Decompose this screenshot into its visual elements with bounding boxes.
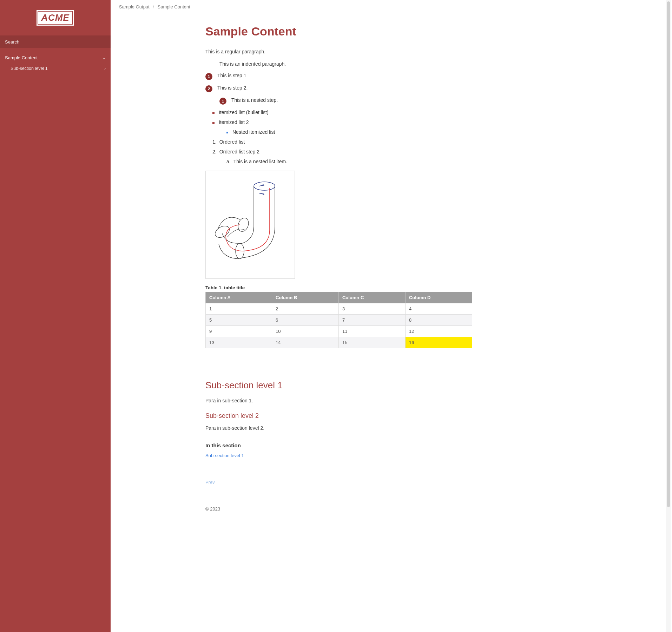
cell-highlighted: 16 bbox=[405, 337, 472, 348]
subsection-2-title: Sub-section level 2 bbox=[205, 412, 472, 420]
step-2: 2 This is step 2. bbox=[205, 85, 472, 92]
paragraph-indented: This is an indented paragraph. bbox=[219, 60, 472, 68]
ordered-marker: 1. bbox=[212, 139, 217, 145]
in-this-section-link[interactable]: Sub-section level 1 bbox=[205, 453, 244, 458]
table-caption: Table 1. table title bbox=[205, 285, 472, 290]
step-text: This is step 2. bbox=[217, 85, 248, 91]
table-row: 1 2 3 4 bbox=[206, 303, 472, 315]
cell: 15 bbox=[338, 337, 405, 348]
nav-item-label: Sample Content bbox=[5, 55, 38, 60]
list-item-text: Itemized list 2 bbox=[219, 119, 249, 125]
figure-pipe bbox=[205, 171, 295, 279]
in-this-section-title: In this section bbox=[205, 442, 472, 448]
ordered-item-2: 2. Ordered list step 2 bbox=[212, 149, 472, 154]
footer-text: © 2023 bbox=[205, 506, 220, 512]
data-table: Column A Column B Column C Column D 1 2 … bbox=[205, 292, 472, 348]
step-number-icon: 2 bbox=[205, 85, 212, 92]
cell: 12 bbox=[405, 326, 472, 337]
cell: 8 bbox=[405, 315, 472, 326]
step-1: 1 This is step 1 bbox=[205, 73, 472, 80]
svg-marker-7 bbox=[263, 193, 264, 195]
ordered-marker: 2. bbox=[212, 149, 217, 154]
pipe-illustration-icon bbox=[212, 177, 289, 272]
ordered-text: This is a nested list item. bbox=[233, 159, 287, 164]
cell: 11 bbox=[338, 326, 405, 337]
svg-marker-6 bbox=[263, 184, 264, 186]
cell: 1 bbox=[206, 303, 272, 315]
bullet-square-icon bbox=[226, 132, 228, 133]
paragraph-regular: This is a regular paragraph. bbox=[205, 48, 472, 55]
col-header-d: Column D bbox=[405, 292, 472, 303]
scrollbar-thumb[interactable] bbox=[667, 1, 670, 507]
cell: 3 bbox=[338, 303, 405, 315]
bullet-square-icon bbox=[212, 112, 215, 114]
page-title: Sample Content bbox=[205, 25, 472, 38]
pager-prev-link[interactable]: Prev bbox=[205, 480, 215, 485]
svg-point-0 bbox=[254, 182, 275, 190]
ordered-marker: a. bbox=[226, 159, 231, 164]
content: Sample Content This is a regular paragra… bbox=[111, 14, 472, 499]
main: Sample Output / Sample Content Sample Co… bbox=[111, 0, 672, 632]
ordered-item-1: 1. Ordered list bbox=[212, 139, 472, 145]
breadcrumb: Sample Output / Sample Content bbox=[111, 0, 672, 14]
logo: ACME bbox=[37, 10, 74, 26]
subsection-2-para: Para in sub-section level 2. bbox=[205, 424, 472, 432]
step-2-nested: 1 This is a nested step. bbox=[219, 97, 472, 105]
cell: 14 bbox=[272, 337, 338, 348]
scrollbar-track[interactable] bbox=[666, 0, 671, 632]
breadcrumb-current: Sample Content bbox=[158, 4, 190, 9]
logo-wrap: ACME bbox=[0, 0, 111, 35]
cell: 2 bbox=[272, 303, 338, 315]
list-item-nested: Nested itemized list bbox=[226, 129, 472, 135]
list-item: Itemized list (bullet list) bbox=[212, 110, 472, 115]
table-row: 13 14 15 16 bbox=[206, 337, 472, 348]
bullet-square-icon bbox=[212, 122, 215, 124]
ordered-text: Ordered list bbox=[219, 139, 245, 145]
cell: 7 bbox=[338, 315, 405, 326]
chevron-right-icon: › bbox=[104, 66, 106, 71]
nav-item-subsection-1[interactable]: Sub-section level 1 › bbox=[0, 63, 111, 74]
nav-item-sample-content[interactable]: Sample Content ⌄ bbox=[0, 52, 111, 63]
list-item: Itemized list 2 bbox=[212, 119, 472, 125]
cell: 13 bbox=[206, 337, 272, 348]
ordered-item-2-nested: a. This is a nested list item. bbox=[226, 159, 472, 164]
cell: 10 bbox=[272, 326, 338, 337]
step-number-icon: 1 bbox=[219, 98, 226, 105]
table-row: 9 10 11 12 bbox=[206, 326, 472, 337]
table-header-row: Column A Column B Column C Column D bbox=[206, 292, 472, 303]
svg-point-4 bbox=[213, 224, 231, 240]
pager: Prev bbox=[205, 479, 472, 485]
search-container bbox=[0, 35, 111, 48]
col-header-b: Column B bbox=[272, 292, 338, 303]
col-header-c: Column C bbox=[338, 292, 405, 303]
ordered-text: Ordered list step 2 bbox=[219, 149, 259, 154]
footer: © 2023 bbox=[111, 499, 672, 526]
nav-item-label: Sub-section level 1 bbox=[11, 66, 48, 71]
search-input[interactable] bbox=[5, 39, 106, 45]
breadcrumb-separator: / bbox=[153, 4, 154, 9]
cell: 9 bbox=[206, 326, 272, 337]
col-header-a: Column A bbox=[206, 292, 272, 303]
subsection-1-title: Sub-section level 1 bbox=[205, 380, 472, 391]
cell: 6 bbox=[272, 315, 338, 326]
cell: 5 bbox=[206, 315, 272, 326]
chevron-down-icon: ⌄ bbox=[102, 55, 106, 60]
list-item-text: Nested itemized list bbox=[232, 129, 275, 135]
step-number-icon: 1 bbox=[205, 73, 212, 80]
step-text: This is step 1 bbox=[217, 73, 246, 78]
table-row: 5 6 7 8 bbox=[206, 315, 472, 326]
list-item-text: Itemized list (bullet list) bbox=[219, 110, 269, 115]
breadcrumb-root[interactable]: Sample Output bbox=[119, 4, 150, 9]
sidebar: ACME Sample Content ⌄ Sub-section level … bbox=[0, 0, 111, 632]
cell: 4 bbox=[405, 303, 472, 315]
step-text: This is a nested step. bbox=[231, 97, 278, 103]
nav: Sample Content ⌄ Sub-section level 1 › bbox=[0, 48, 111, 74]
subsection-1-para: Para in sub-section 1. bbox=[205, 397, 472, 404]
